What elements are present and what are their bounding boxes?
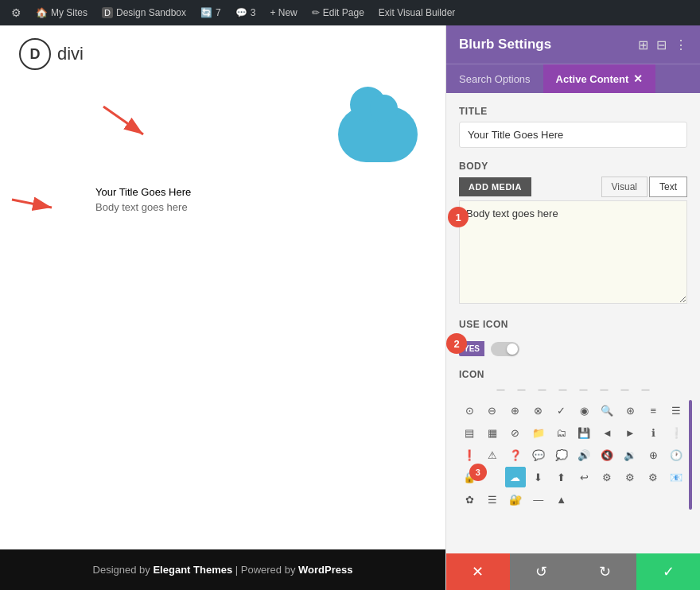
panel-icon-more[interactable]: ⋮	[675, 37, 687, 52]
updates-button[interactable]: 🔄 7	[196, 0, 226, 25]
edit-page-button[interactable]: ✏ Edit Page	[307, 0, 369, 25]
icon-cell[interactable]: ⊛	[620, 400, 640, 421]
icon-cell[interactable]: ►	[620, 422, 640, 443]
icon-cell[interactable]: ❓	[505, 444, 526, 465]
cloud-icon-wrapper: 3	[482, 467, 504, 487]
icon-cell[interactable]: 🗂	[551, 422, 572, 443]
icon-cell[interactable]: ⊘	[505, 422, 526, 443]
my-sites-label: My Sites	[51, 7, 88, 18]
use-icon-toggle[interactable]: YES	[459, 341, 519, 356]
icon-cell[interactable]: 🔇	[597, 444, 617, 465]
arrow-to-cloud	[56, 91, 183, 178]
wp-icon: ⚙	[11, 6, 21, 19]
tab-close-button[interactable]: ✕	[633, 72, 643, 85]
use-icon-toggle-wrapper: 2 YES	[459, 335, 519, 356]
tab-text[interactable]: Text	[649, 177, 687, 197]
add-media-button[interactable]: ADD MEDIA	[459, 177, 531, 196]
icon-cell[interactable]: ⊖	[482, 400, 503, 421]
icon-cell[interactable]: ⚙	[620, 467, 640, 487]
icon-cell[interactable]: 🔍	[597, 400, 617, 421]
tab-active-content[interactable]: Active Content ✕	[543, 64, 656, 93]
tab-search-options[interactable]: Search Options	[446, 65, 543, 93]
panel-icon-columns[interactable]: ⊟	[656, 37, 667, 52]
wp-home-button[interactable]: ⚙	[6, 0, 26, 25]
panel-footer: ✕ ↺ ↻ ✓	[446, 553, 700, 590]
comments-button[interactable]: 💬 3	[231, 0, 261, 25]
icon-cell[interactable]: ✿	[459, 489, 480, 510]
design-sandbox-icon: D	[102, 7, 113, 18]
icon-cell[interactable]: ⬆	[551, 467, 572, 487]
divi-logo: D	[19, 38, 51, 70]
exit-builder-button[interactable]: Exit Visual Builder	[374, 0, 461, 25]
redo-button[interactable]: ↻	[574, 553, 637, 590]
icon-cell[interactable]: ❗	[459, 444, 480, 465]
admin-bar: ⚙ 🏠 My Sites D Design Sandbox 🔄 7 💬 3 + …	[0, 0, 700, 25]
icon-cell[interactable]: 🔐	[505, 489, 526, 510]
panel-header-icons: ⊞ ⊟ ⋮	[638, 37, 687, 52]
cloud-icon	[338, 107, 418, 162]
arrow-to-title	[8, 188, 72, 219]
icon-cell[interactable]: ◉	[574, 400, 594, 421]
icon-cell[interactable]: 💭	[551, 444, 572, 465]
divi-logo-name: divi	[57, 44, 84, 64]
cancel-button[interactable]: ✕	[446, 553, 510, 590]
icon-cell[interactable]: 💬	[528, 444, 549, 465]
undo-button[interactable]: ↺	[510, 553, 574, 590]
edit-icon: ✏	[312, 7, 320, 18]
icon-cell[interactable]: ≡	[643, 400, 663, 421]
icon-cell[interactable]: 🕐	[666, 444, 686, 465]
icon-cell[interactable]: 💾	[574, 422, 594, 443]
icon-cell[interactable]: ▦	[482, 422, 503, 443]
save-button[interactable]: ✓	[636, 553, 700, 590]
icon-cell[interactable]: ▲	[551, 489, 572, 510]
icon-cell[interactable]: ⚙	[643, 467, 663, 487]
icon-cell[interactable]: 🔊	[574, 444, 594, 465]
icon-cell[interactable]: ☰	[666, 400, 686, 421]
toggle-track[interactable]	[491, 342, 519, 356]
use-icon-label: Use Icon	[459, 319, 687, 330]
icon-cell[interactable]: ↩	[574, 467, 594, 487]
page-title: Your Title Goes Here	[95, 186, 191, 198]
page-canvas: D divi	[0, 25, 445, 590]
body-field-label: Body	[459, 161, 687, 172]
icon-grid: ⊙ ⊖ ⊕ ⊗ ✓ ◉ 🔍 ⊛ ≡ ☰ ▤ ▦ ⊘ 📁	[459, 400, 687, 510]
body-toolbar: ADD MEDIA Visual Text	[459, 177, 687, 197]
new-button[interactable]: + New	[265, 0, 301, 25]
icon-cell[interactable]: ❕	[666, 422, 686, 443]
design-sandbox-label: Design Sandbox	[116, 7, 186, 18]
panel-icon-preview[interactable]: ⊞	[638, 37, 648, 52]
updates-icon: 🔄	[200, 7, 212, 18]
icon-cell[interactable]: ⚠	[482, 444, 503, 465]
icon-cell[interactable]: ⊗	[528, 400, 549, 421]
panel-title: Blurb Settings	[459, 37, 551, 52]
body-field-group: Body ADD MEDIA Visual Text 1 Body text g…	[459, 161, 687, 306]
title-body-block: Your Title Goes Here Body text goes here	[95, 186, 191, 213]
body-textarea[interactable]: Body text goes here	[459, 200, 687, 304]
page-body-text: Body text goes here	[95, 201, 191, 213]
new-label: + New	[270, 7, 297, 18]
my-sites-button[interactable]: 🏠 My Sites	[31, 0, 92, 25]
icon-cell[interactable]: 📁	[528, 422, 549, 443]
icon-cell[interactable]: —	[528, 489, 549, 510]
title-input[interactable]	[459, 122, 687, 148]
title-field-group: Title	[459, 106, 687, 148]
icon-cell[interactable]: ⚙	[597, 467, 617, 487]
icon-cell[interactable]: ▤	[459, 422, 480, 443]
tab-visual[interactable]: Visual	[601, 177, 648, 197]
svg-line-1	[103, 107, 143, 134]
icon-cell[interactable]: ⬇	[528, 467, 549, 487]
icon-cell[interactable]: ℹ	[643, 422, 663, 443]
design-sandbox-button[interactable]: D Design Sandbox	[97, 0, 191, 25]
title-field-label: Title	[459, 106, 687, 117]
icon-cell[interactable]: ⊕	[643, 444, 663, 465]
icon-cell[interactable]: ✓	[551, 400, 572, 421]
divi-header: D divi	[0, 25, 445, 83]
icon-cell[interactable]: 📧	[666, 467, 686, 487]
icon-cell[interactable]: ⊕	[505, 400, 526, 421]
icon-cell[interactable]: 🔉	[620, 444, 640, 465]
icon-cell-cloud[interactable]: ☁	[505, 467, 526, 487]
icon-cell[interactable]: ☰	[482, 489, 503, 510]
comments-count: 3	[251, 7, 256, 18]
icon-cell[interactable]: ◄	[597, 422, 617, 443]
icon-cell[interactable]: ⊙	[459, 400, 480, 421]
